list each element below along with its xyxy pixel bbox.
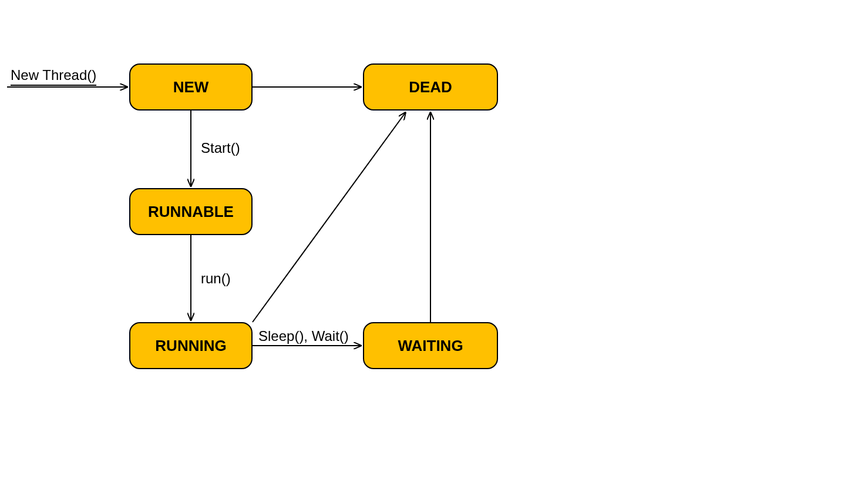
arrow-running-to-dead (253, 113, 405, 322)
state-waiting: WAITING (363, 322, 498, 369)
state-dead-label: DEAD (409, 78, 452, 96)
state-waiting-label: WAITING (398, 337, 463, 355)
state-new-label: NEW (173, 78, 209, 96)
edge-label-run: run() (201, 270, 231, 287)
state-dead: DEAD (363, 63, 498, 111)
state-runnable-label: RUNNABLE (148, 203, 234, 221)
state-running-label: RUNNING (155, 337, 226, 355)
edge-label-sleep-wait: Sleep(), Wait() (258, 328, 349, 344)
state-new: NEW (129, 63, 253, 111)
edge-label-entry: New Thread() (11, 67, 96, 86)
state-running: RUNNING (129, 322, 253, 369)
state-runnable: RUNNABLE (129, 188, 253, 235)
edge-label-start: Start() (201, 140, 240, 156)
